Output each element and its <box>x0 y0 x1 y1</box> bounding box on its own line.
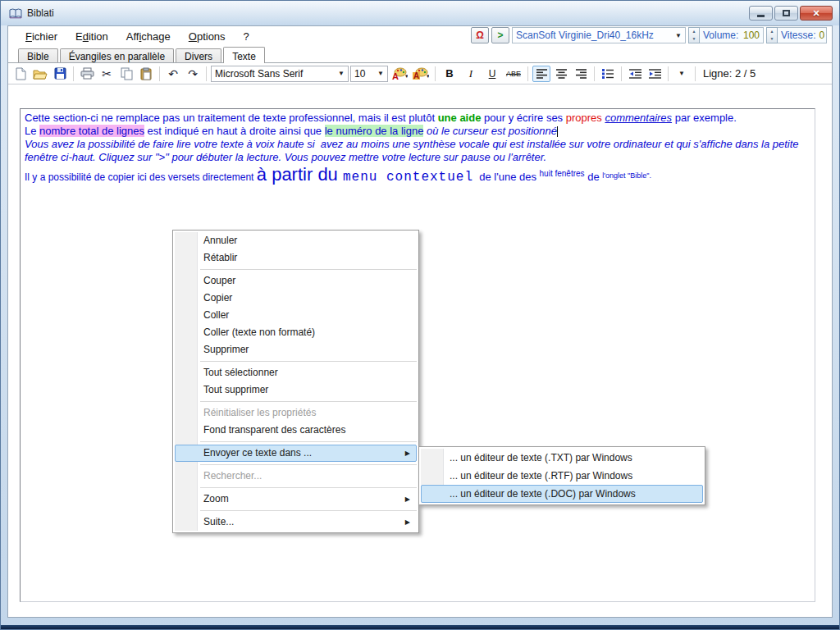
tts-controls: Ω > ScanSoft Virginie_Dri40_16kHz ▼ ▲▼ V… <box>471 27 827 43</box>
text-segment: Le <box>25 125 39 137</box>
context-menu-item[interactable]: Coller (texte non formaté) <box>175 324 417 341</box>
menubar-item-options[interactable]: Options <box>180 28 235 45</box>
volume-field[interactable]: Volume: 100 <box>700 27 764 43</box>
title-bar[interactable]: Biblati ✕ <box>1 1 839 25</box>
bullet-list-button[interactable] <box>599 65 617 83</box>
submenu-item[interactable]: ... un éditeur de texte (.RTF) par Windo… <box>421 467 703 485</box>
open-button[interactable] <box>31 65 49 83</box>
toolbar: ✂ ↶ ↷ Microsoft Sans Serif ▼ 10 ▼ A▾ <box>8 63 832 84</box>
context-menu-item[interactable]: Envoyer ce texte dans ...▶ <box>175 445 417 462</box>
decrease-indent-button[interactable] <box>626 65 644 83</box>
context-menu-item[interactable]: Réinitialiser les propriétés <box>175 404 417 422</box>
window-title: Biblati <box>27 7 54 19</box>
context-menu-item[interactable]: Suite...▶ <box>175 514 417 531</box>
font-size-select[interactable]: 10 ▼ <box>350 66 388 82</box>
increase-indent-button[interactable] <box>646 65 664 83</box>
printer-icon <box>80 67 94 80</box>
text-segment: est indiqué en haut à droite ainsi que <box>144 125 325 137</box>
undo-arrow-icon: ↶ <box>168 67 178 80</box>
text-segment: de <box>585 171 603 183</box>
text-segment: où le curseur est positionné <box>427 125 557 137</box>
close-icon: ✕ <box>812 8 819 19</box>
open-folder-icon <box>33 68 48 80</box>
align-right-button[interactable] <box>572 66 590 82</box>
align-left-button[interactable] <box>532 66 550 82</box>
menubar-item-fichier[interactable]: Fichier <box>16 28 66 45</box>
tab-divers[interactable]: Divers <box>176 48 221 62</box>
font-color-button[interactable]: A▾ <box>390 65 409 83</box>
submenu-item[interactable]: ... un éditeur de texte (.TXT) par Windo… <box>421 449 703 467</box>
strikethrough-button[interactable]: ABE <box>504 65 523 83</box>
speed-field[interactable]: Vitesse: 0 <box>778 27 827 43</box>
text-segment: fenêtre ci-haut. Cliquez sur ">" pour dé… <box>25 151 546 163</box>
minimize-button[interactable] <box>749 6 773 21</box>
menu-separator <box>200 361 417 362</box>
text-segment: pour y écrire ses <box>481 112 565 124</box>
italic-button[interactable]: I <box>461 65 481 83</box>
new-document-icon <box>15 67 27 80</box>
context-menu-item[interactable]: Tout sélectionner <box>175 364 417 381</box>
toolbar-options-button[interactable]: ▼ <box>673 65 691 83</box>
speed-stepper[interactable]: ▲▼ <box>766 27 778 43</box>
redo-button[interactable]: ↷ <box>184 65 202 83</box>
context-menu: AnnulerRétablirCouperCopierCollerColler … <box>172 230 419 533</box>
redo-arrow-icon: ↷ <box>188 67 198 80</box>
close-button[interactable]: ✕ <box>800 6 833 21</box>
context-menu-item[interactable]: Couper <box>175 272 417 290</box>
tab-strip: BibleÉvangiles en parallèleDiversTexte <box>8 47 832 63</box>
toolbar-separator <box>73 66 74 81</box>
toolbar-separator <box>435 66 436 81</box>
context-menu-item[interactable]: Annuler <box>175 232 417 249</box>
align-center-button[interactable] <box>552 66 570 82</box>
voice-select[interactable]: ScanSoft Virginie_Dri40_16kHz ▼ <box>512 27 686 43</box>
context-menu-item[interactable]: Supprimer <box>175 341 417 358</box>
menubar-item-aide[interactable]: ? <box>235 28 258 45</box>
editor-line: fenêtre ci-haut. Cliquez sur ">" pour dé… <box>25 151 810 164</box>
restore-button[interactable] <box>774 6 798 21</box>
text-segment: de l'une des <box>473 171 540 183</box>
text-segment: Vous avez la possibilité de faire lire v… <box>25 138 799 150</box>
print-button[interactable] <box>78 65 96 83</box>
menubar-item-affichage[interactable]: Affichage <box>117 28 180 45</box>
tab-texte[interactable]: Texte <box>223 47 265 63</box>
spin-down-icon: ▼ <box>689 35 699 43</box>
svg-text:A: A <box>392 71 399 80</box>
context-menu-item[interactable]: Rétablir <box>175 249 417 267</box>
spin-up-icon: ▲ <box>767 28 777 35</box>
font-name-select[interactable]: Microsoft Sans Serif ▼ <box>211 66 349 82</box>
app-icon <box>9 7 22 19</box>
toolbar-separator <box>668 66 669 81</box>
context-menu-item[interactable]: Copier <box>175 290 417 307</box>
cut-button[interactable]: ✂ <box>98 65 116 83</box>
context-menu-item[interactable]: Zoom▶ <box>175 491 417 508</box>
client-area: FichierEditionAffichageOptions? Ω > Scan… <box>7 25 833 618</box>
copy-button[interactable] <box>117 65 135 83</box>
highlight-color-palette-icon: A▾ <box>413 67 429 80</box>
toolbar-separator <box>206 66 207 81</box>
svg-text:A: A <box>413 71 419 80</box>
new-document-button[interactable] <box>11 65 30 83</box>
save-button[interactable] <box>51 65 69 83</box>
text-segment: menu contextuel <box>343 170 473 185</box>
highlight-color-button[interactable]: A▾ <box>411 65 431 83</box>
context-menu-item[interactable]: Tout supprimer <box>175 381 417 399</box>
stop-speech-button[interactable]: Ω <box>471 27 489 43</box>
undo-button[interactable]: ↶ <box>164 65 182 83</box>
volume-stepper[interactable]: ▲▼ <box>688 27 700 43</box>
context-menu-item[interactable]: Rechercher... <box>175 468 417 485</box>
align-center-icon <box>556 69 567 79</box>
bold-button[interactable]: B <box>440 65 459 83</box>
submenu-item[interactable]: ... un éditeur de texte (.DOC) par Windo… <box>421 485 703 503</box>
text-segment: propres <box>566 112 602 124</box>
tab-bible[interactable]: Bible <box>18 48 58 62</box>
underline-button[interactable]: U <box>482 65 502 83</box>
menubar-item-edition[interactable]: Edition <box>66 28 117 45</box>
tab-evangiles-en-parallele[interactable]: Évangiles en parallèle <box>60 48 174 62</box>
editor-line: Cette section-ci ne remplace pas un trai… <box>25 112 810 125</box>
svg-text:▾: ▾ <box>427 73 429 79</box>
paste-button[interactable] <box>137 65 155 83</box>
bold-label: B <box>441 67 458 80</box>
context-menu-item[interactable]: Fond transparent des caractères <box>175 422 417 439</box>
play-speech-button[interactable]: > <box>491 27 509 43</box>
context-menu-item[interactable]: Coller <box>175 307 417 324</box>
